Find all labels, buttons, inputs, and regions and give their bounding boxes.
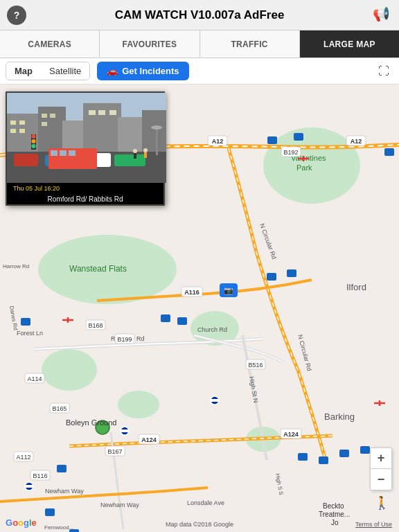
svg-rect-89 [57, 465, 66, 472]
zoom-out-button[interactable]: − [371, 469, 391, 490]
svg-text:Forest Ln: Forest Ln [17, 330, 43, 337]
svg-rect-82 [287, 269, 296, 277]
zoom-in-button[interactable]: + [371, 448, 391, 469]
camera-thumbnail[interactable]: Thu 05 Jul 16:20 Romford Rd/ Rabbits Rd [6, 91, 165, 206]
svg-text:Ilford: Ilford [346, 282, 366, 292]
svg-rect-124 [134, 153, 136, 159]
svg-text:Fernwood...: Fernwood... [44, 524, 73, 531]
svg-text:Treatme...: Treatme... [319, 511, 350, 518]
svg-rect-126 [144, 152, 147, 158]
get-incidents-button[interactable]: 🚗 Get Incidents [97, 62, 188, 80]
svg-text:Wanstead Flats: Wanstead Flats [69, 264, 127, 274]
svg-point-8 [118, 391, 159, 418]
terms-of-use-link[interactable]: Terms of Use [355, 521, 392, 528]
svg-rect-69 [211, 399, 219, 402]
svg-rect-104 [19, 121, 25, 125]
svg-text:A124: A124 [141, 436, 157, 443]
svg-rect-111 [98, 110, 105, 115]
svg-rect-122 [69, 150, 76, 156]
svg-text:Beckto: Beckto [323, 502, 344, 510]
svg-rect-86 [319, 456, 328, 464]
svg-rect-115 [14, 154, 38, 166]
svg-point-128 [32, 134, 36, 139]
map-controls-bar: Map Satellite 🚗 Get Incidents ⛶ [0, 58, 399, 85]
svg-rect-103 [10, 121, 16, 125]
zoom-controls: + − [370, 447, 392, 490]
svg-text:Park: Park [296, 163, 312, 172]
svg-rect-118 [114, 154, 145, 166]
svg-text:Boleyn Ground: Boleyn Ground [66, 418, 116, 427]
tab-cameras[interactable]: CAMERAS [0, 30, 100, 57]
camera-scene [7, 93, 166, 183]
svg-rect-81 [267, 273, 276, 281]
svg-text:B165: B165 [52, 405, 66, 412]
map-satellite-toggle[interactable]: Map Satellite [6, 62, 90, 80]
svg-rect-80 [384, 148, 394, 156]
satellite-button[interactable]: Satellite [41, 62, 89, 80]
svg-rect-108 [50, 114, 55, 118]
svg-text:Lonsdale Ave: Lonsdale Ave [187, 499, 224, 506]
svg-rect-85 [298, 453, 308, 461]
svg-text:Newham Way: Newham Way [45, 488, 84, 495]
svg-rect-92 [21, 318, 30, 326]
svg-text:📷: 📷 [224, 285, 233, 295]
svg-rect-106 [19, 129, 25, 133]
map-container: Map Satellite 🚗 Get Incidents ⛶ Valentin… [0, 58, 399, 532]
svg-rect-83 [161, 314, 170, 322]
app-header: ? CAM WATCH V10.007a AdFree 📢 [0, 0, 399, 30]
svg-text:Newham Way: Newham Way [100, 502, 139, 508]
svg-point-130 [32, 144, 36, 148]
svg-rect-121 [60, 150, 66, 156]
tab-bar: CAMERAS FAVOURITES TRAFFIC LARGE MAP [0, 30, 399, 58]
svg-rect-105 [10, 129, 16, 133]
svg-rect-84 [177, 317, 187, 325]
google-logo: Google [6, 517, 37, 528]
svg-point-129 [32, 139, 36, 143]
megaphone-icon[interactable]: 📢 [373, 6, 392, 25]
svg-text:A124: A124 [283, 431, 299, 438]
svg-text:Jo: Jo [331, 519, 339, 526]
svg-point-125 [143, 148, 148, 152]
svg-text:Harrow Rd: Harrow Rd [3, 263, 29, 269]
svg-text:A114: A114 [27, 375, 42, 382]
app-title: CAM WATCH V10.007a AdFree [115, 8, 285, 22]
svg-text:🚶: 🚶 [374, 495, 390, 511]
svg-rect-87 [339, 450, 349, 457]
svg-text:B116: B116 [33, 472, 47, 479]
tab-large-map[interactable]: LARGE MAP [300, 30, 399, 57]
svg-rect-120 [51, 150, 57, 156]
svg-text:B168: B168 [88, 322, 103, 329]
svg-rect-131 [156, 127, 158, 155]
svg-rect-88 [360, 446, 370, 454]
svg-rect-71 [25, 485, 33, 488]
map-data-text: Map data ©2018 Google [166, 521, 233, 528]
svg-point-7 [42, 349, 97, 391]
car-icon: 🚗 [107, 66, 118, 76]
camera-label: Romford Rd/ Rabbits Rd [7, 194, 163, 204]
tab-favourites[interactable]: FAVOURITES [100, 30, 200, 57]
svg-point-123 [133, 149, 137, 153]
svg-rect-78 [267, 136, 277, 144]
svg-text:Barking: Barking [324, 411, 355, 422]
svg-text:A112: A112 [16, 454, 30, 461]
svg-rect-107 [42, 114, 47, 118]
svg-rect-90 [45, 508, 55, 516]
svg-point-132 [151, 125, 162, 130]
get-incidents-label: Get Incidents [122, 66, 179, 76]
svg-text:A12: A12 [351, 138, 362, 145]
svg-rect-91 [69, 529, 79, 532]
fullscreen-button[interactable]: ⛶ [374, 62, 393, 81]
svg-text:A12: A12 [212, 138, 224, 145]
camera-timestamp: Thu 05 Jul 16:20 [10, 184, 62, 193]
svg-rect-109 [42, 122, 47, 126]
svg-rect-67 [121, 429, 129, 432]
svg-rect-79 [294, 133, 303, 141]
map-button[interactable]: Map [6, 62, 41, 80]
svg-rect-110 [89, 110, 96, 115]
svg-text:B516: B516 [248, 362, 263, 369]
help-button[interactable]: ? [7, 6, 26, 25]
tab-traffic[interactable]: TRAFFIC [200, 30, 300, 57]
svg-text:B192: B192 [283, 149, 298, 156]
svg-text:A116: A116 [184, 289, 200, 296]
svg-text:B167: B167 [107, 448, 122, 455]
